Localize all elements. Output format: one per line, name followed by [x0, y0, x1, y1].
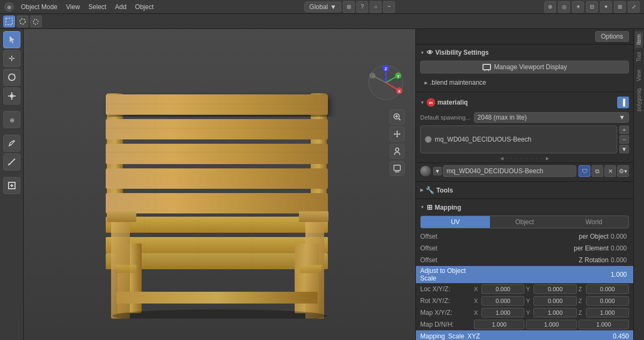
gizmo-overlay[interactable]: Z Y X — [367, 64, 405, 103]
rot-x-val[interactable]: 0.000 — [481, 296, 524, 306]
blend-maintenance-header[interactable]: .blend maintenance — [420, 77, 629, 88]
sidebar-tab-item[interactable]: Item — [635, 31, 643, 48]
tab-uv[interactable]: UV — [421, 216, 490, 228]
fullscreen-btn[interactable]: ⤢ — [628, 1, 640, 13]
viewport-shading-btn[interactable]: ◎ — [558, 1, 570, 13]
people-btn[interactable] — [390, 144, 405, 159]
svg-rect-2 — [6, 18, 12, 25]
viewport-overlay-btn[interactable]: ⊟ — [586, 1, 598, 13]
db-dropdown-arrow-btn[interactable]: ▾ — [433, 167, 442, 175]
transform-tool-btn[interactable]: ⊕ — [3, 111, 20, 128]
zoom-camera-btn[interactable] — [390, 109, 405, 124]
manage-viewport-display-btn[interactable]: Manage Viewport Display — [420, 61, 629, 73]
svg-point-55 — [370, 73, 375, 78]
duplicate-btn[interactable]: ⧉ — [591, 165, 603, 177]
svg-text:X: X — [398, 89, 401, 94]
menu-item-object-mode[interactable]: Object Mode — [17, 2, 61, 12]
map-n-val[interactable]: 1.000 — [526, 320, 576, 329]
svg-rect-22 — [106, 119, 328, 139]
pan-btn[interactable] — [390, 127, 405, 142]
loc-x-val[interactable]: 0.000 — [481, 284, 524, 294]
expand-right-icon[interactable]: ▶ — [546, 156, 549, 161]
proportional-edit-btn[interactable]: ○ — [370, 1, 382, 13]
render-engine-btn[interactable]: ☀ — [572, 1, 584, 13]
loc-label: Loc X/Y/Z: — [420, 285, 474, 293]
rot-z-item: Z 0.000 — [579, 296, 629, 306]
scale-tool-btn[interactable] — [3, 87, 20, 105]
add-object-tool-btn[interactable] — [3, 177, 20, 194]
mapping-scale-row[interactable]: Mapping Scale XYZ 0.450 — [416, 330, 633, 340]
scene-btn[interactable]: ⊛ — [544, 1, 556, 13]
blender-logo-btn[interactable]: ⊕ — [2, 1, 16, 13]
transform-orientation-btn[interactable]: ⊞ — [343, 1, 355, 13]
map-d-val[interactable]: 1.000 — [474, 320, 524, 329]
annotate-tool-btn[interactable] — [3, 135, 20, 152]
map-h-val[interactable]: 1.000 — [579, 320, 629, 329]
svg-text:✛: ✛ — [9, 54, 15, 63]
map-x-val[interactable]: 1.000 — [481, 308, 524, 317]
bench-svg — [37, 50, 402, 319]
menu-item-select[interactable]: Select — [85, 2, 110, 12]
visibility-header[interactable]: 👁 Visibility Settings — [416, 47, 633, 58]
menu-item-view[interactable]: View — [62, 2, 84, 12]
rotate-tool-btn[interactable] — [3, 69, 20, 86]
mapping-scale-value: 0.450 — [613, 332, 629, 340]
rot-y-val[interactable]: 0.000 — [533, 296, 576, 306]
loc-z-val[interactable]: 0.000 — [586, 284, 629, 294]
cursor-tool-btn[interactable] — [3, 31, 20, 48]
render-btn[interactable] — [390, 161, 405, 176]
map-dnh-row: Map D/N/H: 1.000 1.000 1.000 — [416, 319, 633, 330]
sidebar-tab-tool[interactable]: Tool — [635, 49, 643, 65]
gizmo-toggle-btn[interactable]: ✦ — [600, 1, 612, 13]
map-y-val[interactable]: 1.000 — [533, 308, 576, 317]
settings-dropdown-btn[interactable]: ⚙▾ — [617, 165, 629, 177]
snap-btn[interactable]: ? — [356, 1, 368, 13]
loc-y-val[interactable]: 0.000 — [533, 284, 576, 294]
sidebar-tab-polygoniq[interactable]: polygoniq — [635, 85, 643, 115]
shield-btn[interactable]: 🛡 — [579, 165, 590, 177]
viewport-gizmo[interactable]: Z Y X — [367, 64, 405, 101]
spawning-value-dropdown[interactable]: 2048 (max in lite) ▼ — [474, 112, 629, 123]
mvd-label: Manage Viewport Display — [494, 63, 567, 71]
viewport[interactable]: Z Y X — [24, 29, 415, 340]
slot-add-btn[interactable]: + — [619, 125, 629, 134]
rot-z-val[interactable]: 0.000 — [586, 296, 629, 306]
adjust-object-scale-row[interactable]: Adjust to Object Scale 1.000 — [416, 266, 633, 283]
unlink-btn[interactable]: ✕ — [604, 165, 616, 177]
tools-header[interactable]: 🔧 Tools — [416, 184, 633, 196]
mapping-header[interactable]: ⊞ Mapping — [416, 201, 633, 213]
slot-remove-btn[interactable]: − — [619, 135, 629, 144]
tab-object[interactable]: Object — [490, 216, 559, 228]
material-slot-container: mq_WD040_DECIDUOUS-Beech + − ▼ — [420, 125, 629, 153]
measure-tool-btn[interactable] — [3, 153, 20, 171]
svg-rect-24 — [106, 144, 328, 164]
slot-side-buttons: + − ▼ — [619, 125, 629, 153]
loc-y-axis: Y — [526, 286, 532, 292]
move-tool-btn[interactable]: ✛ — [3, 50, 20, 67]
db-dropdown-container: ▾ mq_WD040_DECIDUOUS-Beech — [433, 165, 576, 177]
menu-item-add[interactable]: Add — [111, 2, 130, 12]
editor-type-btn[interactable]: ⊞ — [614, 1, 626, 13]
slot-down-btn[interactable]: ▼ — [619, 145, 629, 153]
select-lasso-tool[interactable] — [30, 16, 42, 27]
map-dnh-label: Map D/N/H: — [420, 321, 474, 328]
datablock-name[interactable]: mq_WD040_DECIDUOUS-Beech — [443, 165, 576, 177]
tab-world[interactable]: World — [559, 216, 628, 228]
options-button[interactable]: Options — [595, 31, 629, 42]
map-z-val[interactable]: 1.000 — [586, 308, 629, 317]
mapping-section: ⊞ Mapping UV Object World Offset per Obj… — [416, 199, 633, 340]
mapping-scale-xyz: XYZ — [467, 332, 480, 340]
select-box-tool[interactable] — [3, 16, 15, 27]
menu-center: Global ▼ ⊞ ? ○ ~ — [159, 1, 540, 13]
expand-left-icon[interactable]: ◀ — [500, 156, 503, 161]
material-slot[interactable]: mq_WD040_DECIDUOUS-Beech — [420, 125, 617, 153]
sidebar-tab-view[interactable]: View — [635, 66, 643, 85]
grease-pencil-btn[interactable]: ~ — [383, 1, 395, 13]
datablock-action-buttons: 🛡 ⧉ ✕ ⚙▾ — [579, 165, 629, 177]
rot-label: Rot X/Y/Z: — [420, 297, 474, 305]
select-circle-tool[interactable] — [17, 16, 28, 27]
default-spawning-label: Default spawning... — [420, 114, 471, 121]
menu-item-object[interactable]: Object — [131, 2, 158, 12]
materialiq-toggle-btn[interactable]: ▐ — [617, 97, 629, 108]
transform-global-dropdown[interactable]: Global ▼ — [304, 2, 341, 12]
